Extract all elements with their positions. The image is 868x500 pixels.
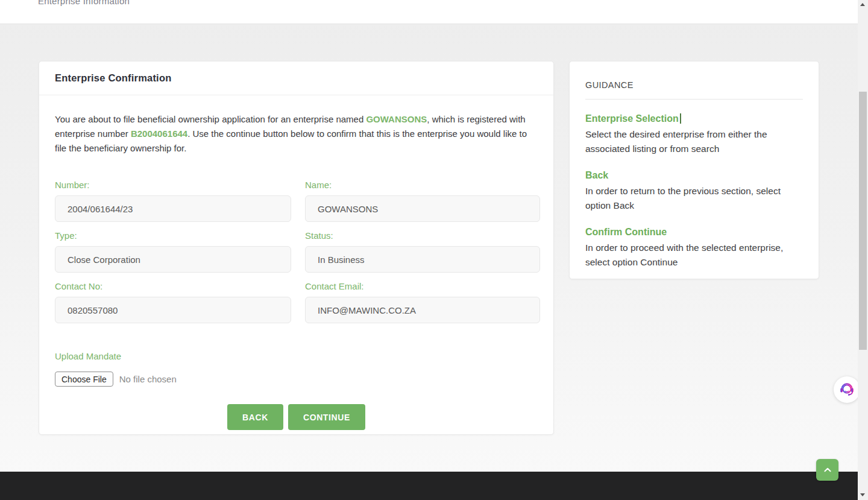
choose-file-button[interactable]: Choose File xyxy=(55,372,113,387)
scrollbar[interactable] xyxy=(858,0,868,500)
card-title: Enterprise Confirmation xyxy=(55,72,171,84)
support-button[interactable] xyxy=(834,376,860,403)
upload-mandate-label: Upload Mandate xyxy=(55,351,538,361)
scroll-to-top-button[interactable] xyxy=(816,459,838,481)
contact-email-field: Contact Email: xyxy=(305,281,540,323)
continue-button[interactable]: CONTINUE xyxy=(288,404,365,430)
enterprise-form: Number: Name: Type: Status: Contact No: … xyxy=(55,180,538,332)
scroll-down-arrow[interactable] xyxy=(860,493,865,496)
contact-no-field: Contact No: xyxy=(55,281,291,323)
file-status-text: No file chosen xyxy=(119,374,177,384)
number-input[interactable] xyxy=(55,195,291,222)
chevron-up-icon xyxy=(821,463,834,476)
enterprise-confirmation-card: Enterprise Confirmation You are about to… xyxy=(39,61,554,435)
guidance-heading-back: Back xyxy=(585,170,803,181)
scrollbar-thumb[interactable] xyxy=(859,92,867,350)
type-label: Type: xyxy=(55,230,291,241)
guidance-divider xyxy=(585,99,803,100)
name-field: Name: xyxy=(305,180,540,222)
guidance-title: GUIDANCE xyxy=(585,80,803,90)
contact-email-input[interactable] xyxy=(305,297,540,323)
footer xyxy=(0,472,858,500)
enterprise-name: GOWANSONS xyxy=(366,114,427,124)
guidance-heading-confirm-continue: Confirm Continue xyxy=(585,227,803,238)
guidance-text-enterprise-selection: Select the desired enterprise from eithe… xyxy=(585,127,803,156)
status-field: Status: xyxy=(305,230,540,273)
form-actions: BACK CONTINUE xyxy=(55,404,538,430)
type-field: Type: xyxy=(55,230,291,273)
card-body: You are about to file beneficial ownersh… xyxy=(39,95,553,430)
type-input[interactable] xyxy=(55,246,291,273)
name-label: Name: xyxy=(305,180,540,190)
scroll-up-arrow[interactable] xyxy=(860,3,865,6)
back-button[interactable]: BACK xyxy=(227,404,283,430)
guidance-text-confirm-continue: In order to proceed with the selected en… xyxy=(585,241,803,270)
top-header: Enterprise Information xyxy=(0,0,858,24)
contact-no-label: Contact No: xyxy=(55,281,291,291)
file-upload-row: Choose File No file chosen xyxy=(55,372,538,387)
contact-email-label: Contact Email: xyxy=(305,281,540,291)
headset-icon xyxy=(838,381,856,399)
number-label: Number: xyxy=(55,180,291,190)
guidance-heading-enterprise-selection: Enterprise Selection xyxy=(585,113,803,124)
intro-part1: You are about to file beneficial ownersh… xyxy=(55,114,366,124)
guidance-text-back: In order to return to the previous secti… xyxy=(585,184,803,213)
intro-text: You are about to file beneficial ownersh… xyxy=(55,112,532,156)
status-label: Status: xyxy=(305,230,540,241)
card-header: Enterprise Confirmation xyxy=(39,62,553,95)
contact-no-input[interactable] xyxy=(55,297,291,323)
name-input[interactable] xyxy=(305,195,540,222)
guidance-panel: GUIDANCE Enterprise Selection Select the… xyxy=(569,61,819,279)
status-input[interactable] xyxy=(305,246,540,273)
enterprise-number: B2004061644 xyxy=(131,128,187,139)
text-cursor xyxy=(680,113,681,124)
number-field: Number: xyxy=(55,180,291,222)
breadcrumb: Enterprise Information xyxy=(38,0,130,6)
